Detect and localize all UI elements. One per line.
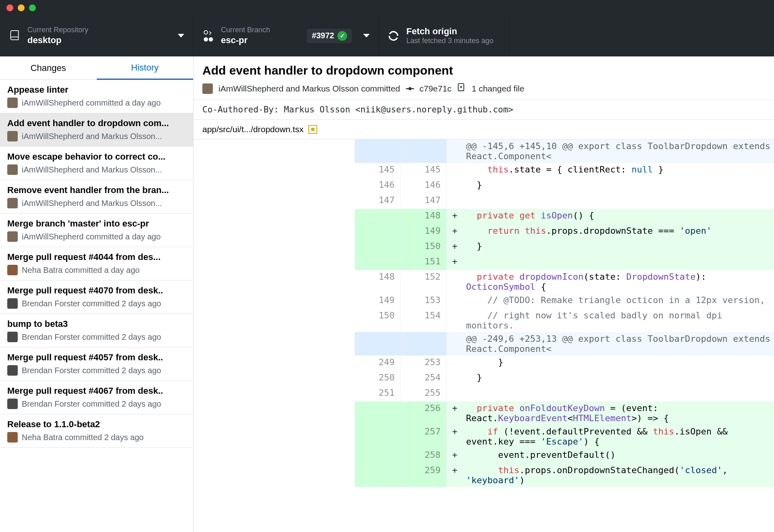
chevron-down-icon xyxy=(178,34,184,37)
minimize-window-button[interactable] xyxy=(18,4,25,11)
repo-name: desktop xyxy=(27,35,173,46)
diff-line: 148152 private dropdownIcon(state: Dropd… xyxy=(355,270,774,293)
diff-line: 145145 this.state = { clientRect: null } xyxy=(355,163,774,178)
changed-file-row[interactable]: app/src/ui/t.../dropdown.tsx xyxy=(194,119,774,139)
repo-icon xyxy=(9,30,20,42)
diff-line: @@ -249,6 +253,13 @@ export class Toolba… xyxy=(355,332,774,355)
commit-item[interactable]: Merge branch 'master' into esc-priAmWill… xyxy=(0,214,193,247)
commit-item[interactable]: Merge pull request #4044 from des...Neha… xyxy=(0,247,193,281)
avatar xyxy=(7,365,18,376)
avatar xyxy=(7,98,18,108)
commit-item[interactable]: Remove event handler from the bran...iAm… xyxy=(0,180,193,214)
maximize-window-button[interactable] xyxy=(29,4,36,11)
commit-authors: iAmWillShepherd and Markus Olsson commit… xyxy=(218,84,400,94)
commit-item-title: Remove event handler from the bran... xyxy=(7,185,186,195)
diff-line: 256+ private onFoldoutKeyDown = (event: … xyxy=(355,401,774,425)
commit-list[interactable]: Appease linteriAmWillShepherd committed … xyxy=(0,80,193,532)
fetch-subtitle: Last fetched 3 minutes ago xyxy=(406,37,493,45)
diff-line: 146146 } xyxy=(355,178,774,193)
modified-icon xyxy=(308,125,317,134)
sidebar-tabs: Changes History xyxy=(0,56,193,80)
branch-dropdown[interactable]: Current Branch esc-pr #3972 ✓ xyxy=(194,15,379,56)
commit-item[interactable]: Merge pull request #4057 from desk..Bren… xyxy=(0,347,193,381)
commit-item-title: Merge pull request #4057 from desk.. xyxy=(7,352,186,363)
diff-files-icon xyxy=(457,83,466,94)
commit-item-meta: iAmWillShepherd and Markus Olsson... xyxy=(22,199,162,208)
sync-icon xyxy=(388,30,399,42)
titlebar xyxy=(0,0,774,15)
diff-line: 251255 xyxy=(355,386,774,401)
diff-line: 249253 } xyxy=(355,355,774,371)
diff-view[interactable]: @@ -145,6 +145,10 @@ export class Toolba… xyxy=(355,139,774,532)
commit-item-meta: Brendan Forster committed 2 days ago xyxy=(22,399,161,409)
diff-line: 148+ private get isOpen() { xyxy=(355,209,774,224)
fetch-button[interactable]: Fetch origin Last fetched 3 minutes ago xyxy=(379,15,510,56)
commit-item-meta: Brendan Forster committed 2 days ago xyxy=(22,299,161,308)
diff-line: 151+ xyxy=(355,255,774,270)
diff-line: 150154 // right now it's scaled badly on… xyxy=(355,309,774,332)
commit-item[interactable]: Merge pull request #4070 from desk..Bren… xyxy=(0,281,193,314)
commit-item-meta: Neha Batra committed 2 days ago xyxy=(22,433,144,442)
commit-item[interactable]: Move escape behavior to correct co...iAm… xyxy=(0,147,193,180)
branch-name: esc-pr xyxy=(221,35,307,46)
commit-item-meta: iAmWillShepherd and Markus Olsson... xyxy=(22,132,162,141)
commit-item-meta: Brendan Forster committed 2 days ago xyxy=(22,366,161,375)
commit-item[interactable]: Appease linteriAmWillShepherd committed … xyxy=(0,80,193,113)
svg-point-0 xyxy=(408,87,412,90)
commit-item[interactable]: bump to beta3Brendan Forster committed 2… xyxy=(0,314,193,347)
diff-line: @@ -145,6 +145,10 @@ export class Toolba… xyxy=(355,139,774,163)
window-controls xyxy=(6,4,36,11)
chevron-down-icon xyxy=(363,34,370,37)
commit-item[interactable]: Release to 1.1.0-beta2Neha Batra committ… xyxy=(0,414,193,448)
avatar xyxy=(7,298,18,309)
history-sidebar: Changes History Appease linteriAmWillShe… xyxy=(0,56,194,532)
commit-item-title: Merge branch 'master' into esc-pr xyxy=(7,218,186,229)
close-window-button[interactable] xyxy=(6,4,13,11)
avatar xyxy=(7,265,18,275)
file-path: app/src/ui/t.../dropdown.tsx xyxy=(202,125,304,134)
avatar xyxy=(7,164,18,175)
commit-item-meta: Brendan Forster committed 2 days ago xyxy=(22,332,161,342)
avatar xyxy=(7,231,18,242)
repo-label: Current Repository xyxy=(27,26,173,34)
commit-sha: c79e71c xyxy=(420,84,452,94)
pr-badge: #3972 ✓ xyxy=(307,29,352,43)
tab-changes[interactable]: Changes xyxy=(0,56,97,80)
co-author-line: Co-Authored-By: Markus Olsson <niik@user… xyxy=(194,100,774,119)
diff-line: 147147 xyxy=(355,193,774,209)
commit-item[interactable]: Merge pull request #4067 from desk..Bren… xyxy=(0,381,193,414)
commit-item-title: Merge pull request #4067 from desk.. xyxy=(7,386,186,396)
commit-item-title: bump to beta3 xyxy=(7,319,186,329)
tab-history[interactable]: History xyxy=(97,56,194,80)
avatar xyxy=(202,83,213,94)
commit-item-title: Release to 1.1.0-beta2 xyxy=(7,419,186,430)
diff-line: 250254 } xyxy=(355,371,774,386)
avatar xyxy=(7,399,18,409)
avatar xyxy=(7,198,18,208)
commit-detail-meta: iAmWillShepherd and Markus Olsson commit… xyxy=(202,83,765,94)
commit-item-title: Move escape behavior to correct co... xyxy=(7,152,186,162)
changed-files-label: 1 changed file xyxy=(472,84,524,94)
avatar xyxy=(7,332,18,342)
commit-item-title: Add event handler to dropdown com... xyxy=(7,118,186,129)
commit-item-meta: iAmWillShepherd committed a day ago xyxy=(22,232,161,241)
commit-item-title: Appease linter xyxy=(7,85,186,95)
diff-line: 149153 // @TODO: Remake triangle octicon… xyxy=(355,293,774,309)
avatar xyxy=(7,432,18,443)
check-icon: ✓ xyxy=(337,31,347,41)
diff-line: 259+ this.props.onDropdownStateChanged('… xyxy=(355,463,774,487)
commit-sha-icon xyxy=(406,85,414,93)
branch-label: Current Branch xyxy=(221,26,307,34)
commit-item-title: Merge pull request #4044 from des... xyxy=(7,252,186,262)
commit-title: Add event handler to dropdown component xyxy=(202,64,765,77)
fetch-label: Fetch origin xyxy=(406,26,493,37)
diff-line: 149+ return this.props.dropdownState ===… xyxy=(355,224,774,239)
toolbar: Current Repository desktop Current Branc… xyxy=(0,15,774,56)
commit-detail: Add event handler to dropdown component … xyxy=(194,56,774,532)
diff-line: 258+ event.preventDefault() xyxy=(355,448,774,463)
diff-line: 257+ if (!event.defaultPrevented && this… xyxy=(355,425,774,448)
avatar xyxy=(7,131,18,141)
commit-item[interactable]: Add event handler to dropdown com...iAmW… xyxy=(0,113,193,147)
pull-request-icon xyxy=(202,30,214,42)
repo-dropdown[interactable]: Current Repository desktop xyxy=(0,15,194,56)
